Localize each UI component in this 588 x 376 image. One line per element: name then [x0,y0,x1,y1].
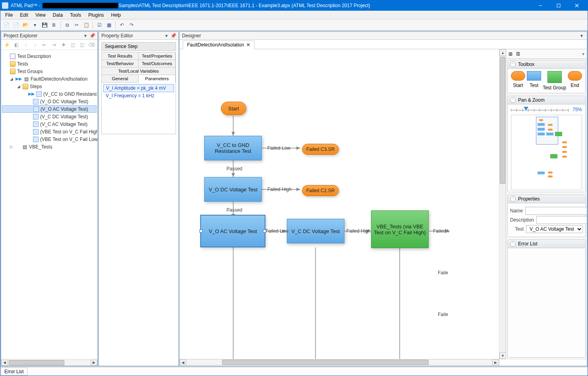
menu-edit[interactable]: Edit [17,12,31,19]
designer-tab[interactable]: FaultDetectionAndIsolation ✕ [183,40,255,49]
side-more-icon[interactable]: ▾ [582,51,584,57]
new-button[interactable]: 📄 [2,21,11,29]
badge-c3sr[interactable]: Failed C3.SR [302,144,339,155]
pe-horizontal-scrollbar[interactable]: ◀▶ [1,359,97,366]
panzoom-header[interactable]: ˄Pan & Zoom [508,96,585,104]
label-fail-1: Faile [438,270,448,276]
node-resistance-test[interactable]: V_CC to GND Resistance Test [204,136,262,160]
undo-button[interactable]: ↶ [118,21,126,29]
menu-data[interactable]: Data [50,12,66,19]
new2-button[interactable]: 📄 [12,21,20,29]
save-button[interactable]: 💾 [40,21,49,29]
project-tree[interactable]: Test Description Tests Test Groups ◢▶▶▤F… [1,50,97,359]
tree-root[interactable]: Test Description [2,52,97,60]
node-vc-dc-test[interactable]: V_C DC Voltage Test [287,219,344,243]
node-start[interactable]: Start [221,102,246,115]
validate-button[interactable]: ☑ [95,21,104,29]
toolbox-end[interactable]: End [568,71,582,91]
tree-vbe[interactable]: ▷▤VBE_Tests [2,143,97,150]
tree-fdi[interactable]: ◢▶▶▤FaultDetectionAndIsolation [2,75,97,83]
layout-icon[interactable]: ⊞ [509,51,513,57]
tab-test-properties[interactable]: Test/Properties [139,52,176,60]
export-icon[interactable]: 🖻 [516,51,520,57]
tree-step-4[interactable]: (V_C AC Voltage Test) [2,120,97,128]
tab-close-icon[interactable]: ✕ [246,42,250,48]
param-row-0[interactable]: V_I Amplitude = pk_pk 4 mV [103,84,174,92]
tab-general[interactable]: General [102,75,139,83]
tree-step-5[interactable]: (VBE Test on V_C Fail High) [2,128,97,135]
param-row-1[interactable]: V_I Frequency = 1 kHz [103,92,174,99]
maximize-button[interactable] [549,0,568,11]
tab-parameters[interactable]: Parameters [139,75,176,83]
panel-dropdown-icon[interactable]: ▾ [83,33,88,39]
label-failed-low-1: Failed Low [267,145,290,151]
cut-button[interactable]: ✂ [72,21,81,29]
open-dd-button[interactable]: ▾ [31,21,39,29]
menu-help[interactable]: Help [108,12,124,19]
redo-button[interactable]: ↷ [127,21,136,29]
tab-test-behavior[interactable]: Test/Behavior [102,60,139,67]
canvas-vertical-scrollbar[interactable]: ▲ ▼ [499,49,506,359]
minimap[interactable] [511,115,582,190]
pe-btn8[interactable]: ◫ [69,40,77,49]
label-failed-high-2: Failed High [346,228,371,234]
errorlist-header[interactable]: ˄Error List [508,240,585,248]
menu-view[interactable]: View [32,12,49,19]
menu-file[interactable]: File [2,12,16,19]
copy-button[interactable]: ⧉ [63,21,72,29]
panel-pin-icon[interactable]: 📌 [89,33,95,39]
node-vbe-tests[interactable]: VBE_Tests (via VBE Test on V_C Fail High… [371,210,429,248]
prop-test-select[interactable]: V_O AC Voltage Test [526,225,583,233]
properties-header[interactable]: ˄Properties [508,195,585,203]
pe-btn4[interactable]: ↓ [31,40,39,49]
toolbox-header[interactable]: ˄Toolbox [508,60,585,69]
tree-groups[interactable]: Test Groups [2,67,97,75]
pe-btn10[interactable]: ⌫ [87,40,96,49]
tab-test-results[interactable]: Test Results [102,52,139,60]
toolbox-test[interactable]: Test [527,71,541,91]
node-vo-dc-test[interactable]: V_O DC Voltage Test [204,177,262,202]
panel-dropdown-icon[interactable]: ▾ [579,33,584,39]
tree-step-3[interactable]: (V_C DC Voltage Test) [2,113,97,120]
pe-btn6[interactable]: ⇥ [50,40,58,49]
tree-step-6[interactable]: (VBE Test on V_C Fail Low) [2,135,97,143]
main-toolbar: 📄 📄 📂 ▾ 💾 🗎 ⧉ ✂ 📋 ☑ ▦ ↶ ↷ [0,19,588,31]
prop-name-input[interactable] [525,207,587,215]
prop-desc-input[interactable] [536,216,587,224]
label-fail-2: Faile [438,312,448,317]
pe-btn9[interactable]: ◫ [78,40,87,49]
open-button[interactable]: 📂 [21,21,30,29]
grid-button[interactable]: ▦ [104,21,113,29]
toolbox-start[interactable]: Start [511,71,525,91]
node-vo-ac-test[interactable]: V_O AC Voltage Test [201,215,265,247]
tree-steps[interactable]: ◢Steps [2,83,97,90]
toolbox-test-group[interactable]: Test Group [543,71,566,91]
designer-side-toolbar: ⊞ 🖻 ▾ [506,49,587,59]
menu-plugins[interactable]: Plugins [85,12,107,19]
pe-btn2[interactable]: ◧ [12,40,21,49]
zoom-slider[interactable]: 75% [511,106,582,113]
tree-step-0[interactable]: ▶▶(V_CC to GND Resistance Test) [2,90,97,98]
tab-test-outcomes[interactable]: Test/Outcomes [139,60,176,67]
pe-btn7[interactable]: ✚ [59,40,68,49]
status-errorlist[interactable]: Error List [1,368,27,376]
app-icon [2,2,8,9]
paste-button[interactable]: 📋 [82,21,91,29]
tab-local-variables[interactable]: Test/Local Variables [102,67,176,75]
pe-btn5[interactable]: ⇤ [41,40,49,49]
tree-tests[interactable]: Tests [2,60,97,67]
minimize-button[interactable] [531,0,549,11]
menubar: File Edit View Data Tools Plugins Help [0,11,588,19]
canvas-horizontal-scrollbar[interactable]: ◀ ▶ [180,359,587,366]
tree-step-2[interactable]: (V_O AC Voltage Test) [2,105,97,113]
close-button[interactable] [568,0,586,11]
designer-canvas[interactable]: Start V_CC to GND Resistance Test V_O DC… [180,49,499,359]
pe-run-icon[interactable]: ⚡ [3,40,11,49]
tree-step-1[interactable]: (V_O DC Voltage Test) [2,98,97,105]
save-all-button[interactable]: 🗎 [50,21,58,29]
menu-tools[interactable]: Tools [67,12,84,19]
pe-btn3[interactable]: ↑ [21,40,30,49]
panel-dropdown-icon[interactable]: ▾ [164,33,169,39]
panel-pin-icon[interactable]: 📌 [170,33,176,39]
badge-c2sr[interactable]: Failed C2.SR [302,185,339,196]
